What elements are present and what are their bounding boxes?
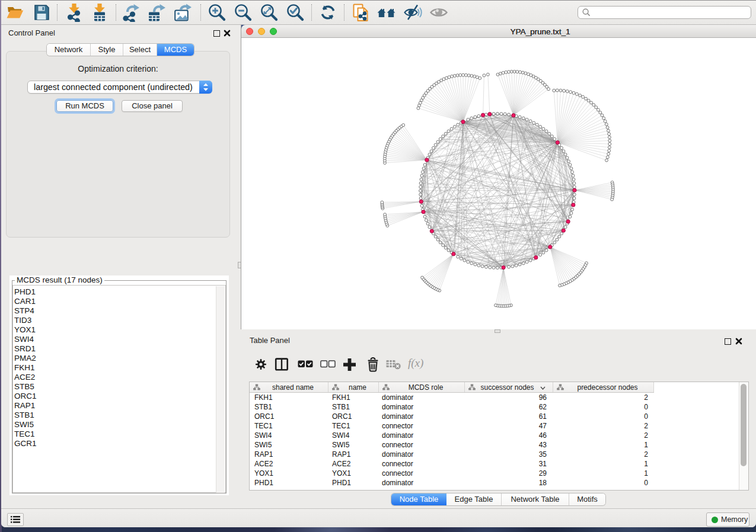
split-divider-handle-horizontal[interactable] <box>495 329 500 333</box>
show-panels-button[interactable] <box>7 513 24 526</box>
mcds-list-scrollbar[interactable] <box>216 286 225 493</box>
export-table-icon[interactable] <box>147 3 166 22</box>
close-panel-button[interactable]: Close panel <box>122 100 183 112</box>
function-builder-icon[interactable]: f(x) <box>408 357 423 370</box>
cell-shared_name: STB1 <box>254 403 272 411</box>
control-panel-title: Control Panel <box>8 28 55 37</box>
cell-shared_name: TEC1 <box>254 422 273 430</box>
new-network-from-selection-icon[interactable] <box>351 3 370 22</box>
cell-name: SWI5 <box>332 441 349 449</box>
search-input[interactable] <box>578 6 751 19</box>
mcds-result-item[interactable]: TID3 <box>14 316 37 325</box>
zoom-in-icon[interactable] <box>208 3 227 22</box>
apply-layout-icon[interactable] <box>318 3 337 22</box>
mcds-result-item[interactable]: GCR1 <box>14 439 37 448</box>
network-canvas[interactable] <box>241 38 756 329</box>
cell-shared_name: PHD1 <box>254 479 273 487</box>
mcds-result-item[interactable]: FKH1 <box>14 363 37 373</box>
network-view-frame: YPA_prune.txt_1 <box>241 25 756 329</box>
cell-successor_nodes: 43 <box>465 441 547 449</box>
cell-shared_name: SWI4 <box>254 431 272 440</box>
optimization-criterion-select[interactable]: largest connected component (undirected) <box>27 81 212 94</box>
mcds-result-list[interactable]: PHD1CAR1STP4TID3YOX1SWI4SRD1PMA2FKH1ACE2… <box>12 285 226 493</box>
delete-table-icon[interactable] <box>386 360 401 370</box>
tab-edge-table[interactable]: Edge Table <box>446 493 502 505</box>
show-all-icon[interactable] <box>429 3 448 22</box>
tab-style[interactable]: Style <box>91 44 123 56</box>
mcds-result-item[interactable]: STP4 <box>14 306 37 316</box>
mcds-result-item[interactable]: PMA2 <box>14 354 37 363</box>
first-neighbors-icon[interactable] <box>377 3 396 22</box>
open-file-icon[interactable] <box>5 3 24 22</box>
mcds-result-item[interactable]: SWI5 <box>14 420 37 430</box>
tab-network-table[interactable]: Network Table <box>502 493 569 505</box>
tab-node-table[interactable]: Node Table <box>391 493 446 505</box>
deselect-all-rows-icon[interactable] <box>320 360 336 368</box>
table-row[interactable]: ORC1ORC1dominator610 <box>250 412 748 421</box>
mcds-result-item[interactable]: TEC1 <box>14 430 37 439</box>
minimize-traffic-light[interactable] <box>258 28 265 35</box>
add-icon[interactable] <box>342 357 357 372</box>
main-toolbar <box>1 1 756 25</box>
tab-network[interactable]: Network <box>47 44 91 56</box>
column-header-shared-name[interactable]: shared name <box>250 382 328 392</box>
zoom-out-icon[interactable] <box>234 3 253 22</box>
hide-selected-icon[interactable] <box>403 3 422 22</box>
table-panel-float-icon[interactable] <box>725 338 731 345</box>
export-network-icon[interactable] <box>122 3 141 22</box>
table-panel-close-icon[interactable] <box>735 338 742 345</box>
column-header-successor-nodes[interactable]: successor nodes <box>465 382 553 392</box>
network-title: YPA_prune.txt_1 <box>451 27 629 36</box>
export-image-icon[interactable] <box>173 3 192 22</box>
control-panel-tabs: Network Style Select MCDS <box>47 44 194 56</box>
run-mcds-button[interactable]: Run MCDS <box>56 100 113 112</box>
control-panel-float-icon[interactable] <box>213 30 220 37</box>
save-session-icon[interactable] <box>32 3 51 22</box>
table-row[interactable]: SWI5SWI5connector431 <box>250 440 748 450</box>
control-panel-close-icon[interactable] <box>224 30 231 37</box>
table-row[interactable]: TEC1TEC1connector472 <box>250 421 748 431</box>
mcds-result-item[interactable]: RAP1 <box>14 401 37 411</box>
node-table[interactable]: shared namenameMCDS rolesuccessor nodesp… <box>249 382 749 491</box>
column-header-MCDS-role[interactable]: MCDS role <box>379 382 465 392</box>
network-frame-titlebar[interactable]: YPA_prune.txt_1 <box>241 25 756 38</box>
tab-motifs[interactable]: Motifs <box>569 493 605 505</box>
import-network-icon[interactable] <box>65 3 84 22</box>
close-traffic-light[interactable] <box>246 28 253 35</box>
table-row[interactable]: YOX1YOX1connector291 <box>250 469 748 478</box>
table-row[interactable]: ACE2ACE2connector311 <box>250 459 748 469</box>
table-row[interactable]: FKH1FKH1dominator962 <box>250 393 748 402</box>
table-row[interactable]: RAP1RAP1dominator352 <box>250 450 748 459</box>
table-options-icon[interactable] <box>255 358 267 370</box>
table-scrollbar-thumb[interactable] <box>741 384 747 466</box>
column-header-predecessor-nodes[interactable]: predecessor nodes <box>553 382 654 392</box>
maximize-traffic-light[interactable] <box>270 28 277 35</box>
show-columns-icon[interactable] <box>275 357 289 371</box>
table-scrollbar[interactable] <box>739 382 748 490</box>
import-table-icon[interactable] <box>90 3 109 22</box>
mcds-result-item[interactable]: ACE2 <box>14 373 37 382</box>
table-row[interactable]: PHD1PHD1dominator180 <box>250 478 748 488</box>
column-header-name[interactable]: name <box>328 382 379 392</box>
delete-icon[interactable] <box>366 357 379 372</box>
mcds-result-item[interactable]: CAR1 <box>14 297 37 306</box>
cell-mcds_role: dominator <box>382 393 413 402</box>
mcds-result-item[interactable]: STB5 <box>14 382 37 392</box>
cell-name: ACE2 <box>332 460 350 468</box>
mcds-result-item[interactable]: SWI4 <box>14 335 37 344</box>
tab-select[interactable]: Select <box>123 44 157 56</box>
table-row[interactable]: SWI4SWI4dominator462 <box>250 431 748 440</box>
zoom-selected-icon[interactable] <box>286 3 305 22</box>
zoom-fit-icon[interactable] <box>260 3 279 22</box>
mcds-result-item[interactable]: STB1 <box>14 411 37 420</box>
mcds-result-item[interactable]: YOX1 <box>14 325 37 335</box>
select-all-rows-icon[interactable] <box>298 360 313 368</box>
mcds-result-item[interactable]: PHD1 <box>14 287 37 297</box>
select-stepper-icon <box>199 81 212 94</box>
mcds-result-item[interactable]: ORC1 <box>14 392 37 401</box>
tab-mcds[interactable]: MCDS <box>157 44 194 56</box>
memory-button[interactable]: Memory <box>706 512 749 527</box>
table-row[interactable]: STB1STB1dominator620 <box>250 402 748 412</box>
mcds-result-item[interactable]: SRD1 <box>14 344 37 354</box>
table-panel-title: Table Panel <box>250 336 290 345</box>
